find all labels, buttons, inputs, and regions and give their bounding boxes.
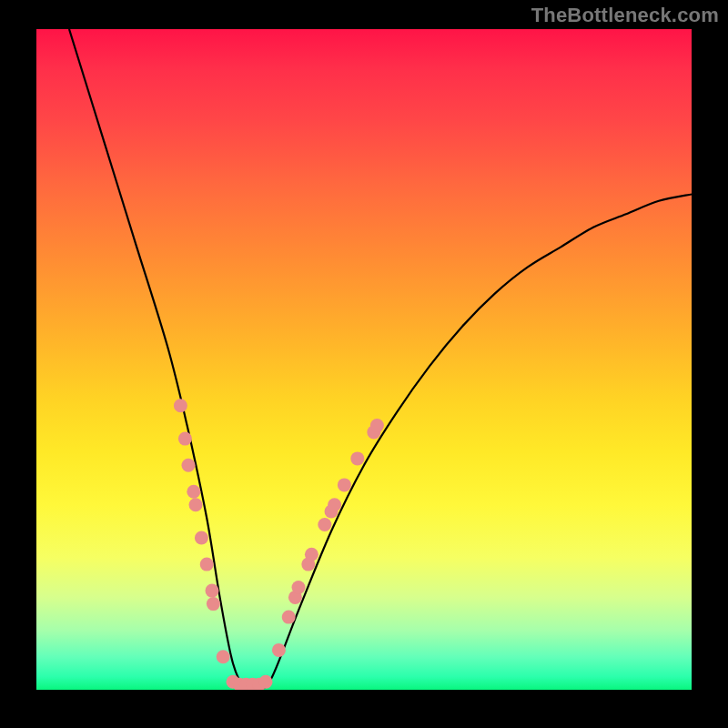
marker-dot xyxy=(272,643,286,657)
marker-dot xyxy=(189,498,203,511)
chart-container: TheBottleneck.com xyxy=(0,0,728,728)
marker-dot xyxy=(318,518,331,531)
marker-dot xyxy=(187,485,200,499)
marker-dot xyxy=(292,581,306,594)
plot-area xyxy=(36,29,692,690)
marker-layer xyxy=(174,399,384,690)
attribution-label: TheBottleneck.com xyxy=(531,4,719,27)
marker-dot xyxy=(282,611,296,624)
marker-dot xyxy=(182,459,196,472)
marker-dot xyxy=(338,478,351,491)
marker-dot xyxy=(206,584,219,598)
curve-layer xyxy=(69,29,692,690)
chart-svg xyxy=(36,29,692,690)
bottleneck-curve xyxy=(69,29,692,690)
marker-dot xyxy=(328,498,341,511)
marker-dot xyxy=(174,399,187,412)
marker-dot xyxy=(200,558,214,571)
marker-dot xyxy=(350,451,364,465)
marker-dot xyxy=(217,650,230,663)
marker-dot xyxy=(259,675,273,689)
marker-dot xyxy=(305,548,318,561)
marker-dot xyxy=(195,531,208,545)
marker-dot xyxy=(178,432,192,446)
marker-dot xyxy=(207,597,220,611)
marker-dot xyxy=(370,419,384,432)
